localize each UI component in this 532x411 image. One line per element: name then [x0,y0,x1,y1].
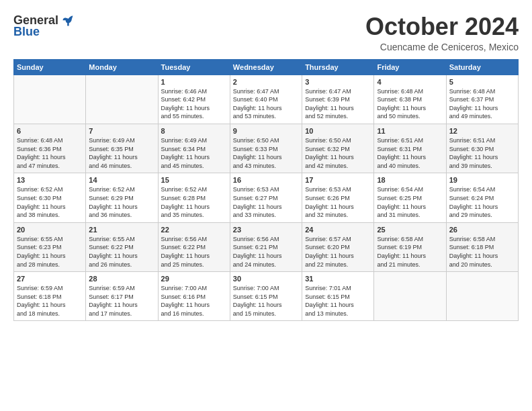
month-title: October 2024 [365,13,519,40]
calendar-cell: 21Sunrise: 6:55 AM Sunset: 6:22 PM Dayli… [86,222,158,271]
day-number: 12 [449,127,515,135]
day-info: Sunrise: 6:51 AM Sunset: 6:30 PM Dayligh… [449,136,515,170]
calendar-cell: 20Sunrise: 6:55 AM Sunset: 6:23 PM Dayli… [14,222,86,271]
logo-bird-icon [61,14,75,28]
day-number: 8 [161,127,227,135]
day-info: Sunrise: 6:55 AM Sunset: 6:22 PM Dayligh… [89,235,154,269]
day-number: 27 [17,275,83,283]
calendar-cell: 27Sunrise: 6:59 AM Sunset: 6:18 PM Dayli… [14,272,86,321]
day-info: Sunrise: 6:48 AM Sunset: 6:38 PM Dayligh… [377,87,443,121]
calendar-cell: 7Sunrise: 6:49 AM Sunset: 6:35 PM Daylig… [86,124,158,173]
day-number: 15 [161,176,227,184]
header-saturday: Saturday [446,59,518,75]
title-section: October 2024 Cuencame de Ceniceros, Mexi… [365,13,519,52]
calendar-header-row: SundayMondayTuesdayWednesdayThursdayFrid… [14,59,519,75]
day-info: Sunrise: 6:49 AM Sunset: 6:35 PM Dayligh… [89,136,154,170]
day-info: Sunrise: 6:49 AM Sunset: 6:34 PM Dayligh… [161,136,227,170]
day-info: Sunrise: 6:51 AM Sunset: 6:31 PM Dayligh… [377,136,443,170]
day-number: 26 [449,226,515,234]
day-number: 19 [449,176,515,184]
calendar-table: SundayMondayTuesdayWednesdayThursdayFrid… [13,59,519,322]
day-info: Sunrise: 6:48 AM Sunset: 6:36 PM Dayligh… [17,136,83,170]
day-number: 23 [233,226,299,234]
day-info: Sunrise: 6:52 AM Sunset: 6:28 PM Dayligh… [161,185,227,219]
calendar-cell: 5Sunrise: 6:48 AM Sunset: 6:37 PM Daylig… [446,75,518,124]
day-info: Sunrise: 6:55 AM Sunset: 6:23 PM Dayligh… [17,235,83,269]
calendar-week-row: 20Sunrise: 6:55 AM Sunset: 6:23 PM Dayli… [14,222,519,271]
calendar-cell: 2Sunrise: 6:47 AM Sunset: 6:40 PM Daylig… [230,75,302,124]
calendar-cell: 12Sunrise: 6:51 AM Sunset: 6:30 PM Dayli… [446,124,518,173]
day-number: 31 [305,275,371,283]
day-info: Sunrise: 6:46 AM Sunset: 6:42 PM Dayligh… [161,87,227,121]
header-sunday: Sunday [14,59,86,75]
day-number: 22 [161,226,227,234]
calendar-week-row: 1Sunrise: 6:46 AM Sunset: 6:42 PM Daylig… [14,75,519,124]
day-number: 6 [17,127,83,135]
calendar-cell: 29Sunrise: 7:00 AM Sunset: 6:16 PM Dayli… [158,272,230,321]
calendar-cell: 22Sunrise: 6:56 AM Sunset: 6:22 PM Dayli… [158,222,230,271]
day-info: Sunrise: 6:58 AM Sunset: 6:19 PM Dayligh… [377,235,443,269]
day-info: Sunrise: 6:58 AM Sunset: 6:18 PM Dayligh… [449,235,515,269]
day-number: 16 [233,176,299,184]
calendar-cell: 11Sunrise: 6:51 AM Sunset: 6:31 PM Dayli… [374,124,446,173]
day-number: 1 [161,78,227,86]
day-number: 18 [377,176,443,184]
calendar-cell: 16Sunrise: 6:53 AM Sunset: 6:27 PM Dayli… [230,173,302,222]
calendar-cell: 26Sunrise: 6:58 AM Sunset: 6:18 PM Dayli… [446,222,518,271]
location: Cuencame de Ceniceros, Mexico [365,42,519,52]
calendar-cell: 25Sunrise: 6:58 AM Sunset: 6:19 PM Dayli… [374,222,446,271]
day-number: 4 [377,78,443,86]
day-info: Sunrise: 6:56 AM Sunset: 6:22 PM Dayligh… [161,235,227,269]
calendar-cell: 14Sunrise: 6:52 AM Sunset: 6:29 PM Dayli… [86,173,158,222]
day-info: Sunrise: 7:00 AM Sunset: 6:15 PM Dayligh… [233,284,299,318]
calendar-cell: 30Sunrise: 7:00 AM Sunset: 6:15 PM Dayli… [230,272,302,321]
day-info: Sunrise: 6:53 AM Sunset: 6:27 PM Dayligh… [233,185,299,219]
logo: General Blue [13,13,75,39]
day-info: Sunrise: 6:53 AM Sunset: 6:26 PM Dayligh… [305,185,371,219]
header-monday: Monday [86,59,158,75]
day-number: 29 [161,275,227,283]
calendar-cell: 18Sunrise: 6:54 AM Sunset: 6:25 PM Dayli… [374,173,446,222]
day-info: Sunrise: 6:54 AM Sunset: 6:25 PM Dayligh… [377,185,443,219]
calendar-week-row: 13Sunrise: 6:52 AM Sunset: 6:30 PM Dayli… [14,173,519,222]
day-info: Sunrise: 6:52 AM Sunset: 6:29 PM Dayligh… [89,185,154,219]
page-header: General Blue October 2024 Cuencame de Ce… [13,13,519,52]
calendar-cell [374,272,446,321]
day-info: Sunrise: 7:00 AM Sunset: 6:16 PM Dayligh… [161,284,227,318]
day-info: Sunrise: 6:47 AM Sunset: 6:39 PM Dayligh… [305,87,371,121]
day-info: Sunrise: 6:48 AM Sunset: 6:37 PM Dayligh… [449,87,515,121]
calendar-body: 1Sunrise: 6:46 AM Sunset: 6:42 PM Daylig… [14,75,519,321]
calendar-cell: 15Sunrise: 6:52 AM Sunset: 6:28 PM Dayli… [158,173,230,222]
day-number: 20 [17,226,83,234]
day-number: 17 [305,176,371,184]
calendar-cell: 13Sunrise: 6:52 AM Sunset: 6:30 PM Dayli… [14,173,86,222]
day-number: 11 [377,127,443,135]
day-number: 10 [305,127,371,135]
day-number: 25 [377,226,443,234]
day-info: Sunrise: 6:50 AM Sunset: 6:32 PM Dayligh… [305,136,371,170]
calendar-cell: 17Sunrise: 6:53 AM Sunset: 6:26 PM Dayli… [302,173,374,222]
day-number: 5 [449,78,515,86]
day-info: Sunrise: 6:52 AM Sunset: 6:30 PM Dayligh… [17,185,83,219]
day-info: Sunrise: 6:56 AM Sunset: 6:21 PM Dayligh… [233,235,299,269]
calendar-cell [446,272,518,321]
day-info: Sunrise: 7:01 AM Sunset: 6:15 PM Dayligh… [305,284,371,318]
calendar-week-row: 27Sunrise: 6:59 AM Sunset: 6:18 PM Dayli… [14,272,519,321]
header-thursday: Thursday [302,59,374,75]
day-number: 13 [17,176,83,184]
header-wednesday: Wednesday [230,59,302,75]
calendar-cell: 28Sunrise: 6:59 AM Sunset: 6:17 PM Dayli… [86,272,158,321]
day-info: Sunrise: 6:59 AM Sunset: 6:17 PM Dayligh… [89,284,154,318]
calendar-cell: 24Sunrise: 6:57 AM Sunset: 6:20 PM Dayli… [302,222,374,271]
day-number: 24 [305,226,371,234]
logo-blue: Blue [13,25,40,39]
day-info: Sunrise: 6:57 AM Sunset: 6:20 PM Dayligh… [305,235,371,269]
calendar-cell [14,75,86,124]
day-number: 2 [233,78,299,86]
calendar-cell: 3Sunrise: 6:47 AM Sunset: 6:39 PM Daylig… [302,75,374,124]
calendar-cell: 6Sunrise: 6:48 AM Sunset: 6:36 PM Daylig… [14,124,86,173]
calendar-week-row: 6Sunrise: 6:48 AM Sunset: 6:36 PM Daylig… [14,124,519,173]
day-number: 30 [233,275,299,283]
calendar-cell: 1Sunrise: 6:46 AM Sunset: 6:42 PM Daylig… [158,75,230,124]
calendar-cell: 19Sunrise: 6:54 AM Sunset: 6:24 PM Dayli… [446,173,518,222]
